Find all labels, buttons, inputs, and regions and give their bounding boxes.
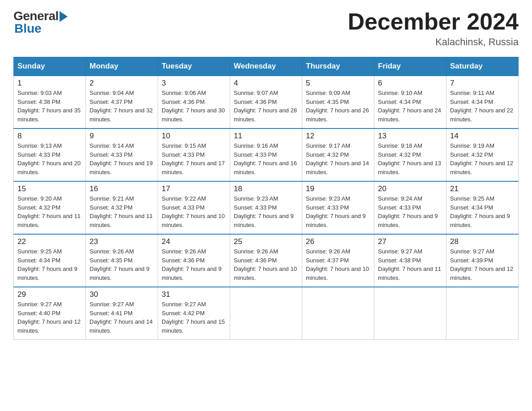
day-info: Sunrise: 9:18 AMSunset: 4:32 PMDaylight:… — [378, 141, 442, 176]
calendar-cell: 27 Sunrise: 9:27 AMSunset: 4:38 PMDaylig… — [374, 234, 446, 287]
calendar-header-sunday: Sunday — [14, 57, 86, 76]
calendar-cell: 24 Sunrise: 9:26 AMSunset: 4:36 PMDaylig… — [158, 234, 230, 287]
day-info: Sunrise: 9:13 AMSunset: 4:33 PMDaylight:… — [17, 141, 82, 176]
calendar-cell: 14 Sunrise: 9:19 AMSunset: 4:32 PMDaylig… — [446, 128, 519, 181]
calendar-header-friday: Friday — [374, 57, 446, 76]
calendar-header-saturday: Saturday — [446, 57, 519, 76]
day-number: 16 — [90, 184, 154, 193]
calendar-cell: 26 Sunrise: 9:26 AMSunset: 4:37 PMDaylig… — [302, 234, 374, 287]
day-number: 22 — [17, 237, 82, 246]
calendar-cell: 7 Sunrise: 9:11 AMSunset: 4:34 PMDayligh… — [446, 76, 519, 128]
calendar-cell: 15 Sunrise: 9:20 AMSunset: 4:32 PMDaylig… — [14, 181, 86, 234]
day-info: Sunrise: 9:22 AMSunset: 4:33 PMDaylight:… — [162, 194, 226, 229]
calendar-week-row: 15 Sunrise: 9:20 AMSunset: 4:32 PMDaylig… — [14, 181, 519, 234]
day-number: 8 — [17, 132, 82, 141]
day-number: 17 — [162, 184, 226, 193]
day-info: Sunrise: 9:25 AMSunset: 4:34 PMDaylight:… — [450, 194, 515, 229]
day-info: Sunrise: 9:25 AMSunset: 4:34 PMDaylight:… — [17, 247, 82, 282]
calendar-cell: 20 Sunrise: 9:24 AMSunset: 4:33 PMDaylig… — [374, 181, 446, 234]
day-info: Sunrise: 9:27 AMSunset: 4:42 PMDaylight:… — [162, 300, 226, 335]
calendar-cell: 10 Sunrise: 9:15 AMSunset: 4:33 PMDaylig… — [158, 128, 230, 181]
day-number: 31 — [162, 290, 226, 299]
calendar-cell — [374, 287, 446, 340]
calendar-week-row: 22 Sunrise: 9:25 AMSunset: 4:34 PMDaylig… — [14, 234, 519, 287]
calendar-cell: 29 Sunrise: 9:27 AMSunset: 4:40 PMDaylig… — [14, 287, 86, 340]
calendar-week-row: 29 Sunrise: 9:27 AMSunset: 4:40 PMDaylig… — [14, 287, 519, 340]
day-info: Sunrise: 9:26 AMSunset: 4:36 PMDaylight:… — [162, 247, 226, 282]
day-number: 12 — [306, 132, 370, 141]
day-info: Sunrise: 9:15 AMSunset: 4:33 PMDaylight:… — [162, 141, 226, 176]
calendar-week-row: 8 Sunrise: 9:13 AMSunset: 4:33 PMDayligh… — [14, 128, 519, 181]
day-info: Sunrise: 9:04 AMSunset: 4:37 PMDaylight:… — [90, 89, 154, 124]
calendar-cell — [230, 287, 302, 340]
calendar-cell: 16 Sunrise: 9:21 AMSunset: 4:32 PMDaylig… — [86, 181, 158, 234]
calendar-header-monday: Monday — [86, 57, 158, 76]
day-info: Sunrise: 9:26 AMSunset: 4:37 PMDaylight:… — [306, 247, 370, 282]
calendar-cell: 25 Sunrise: 9:26 AMSunset: 4:36 PMDaylig… — [230, 234, 302, 287]
location: Kalachinsk, Russia — [348, 36, 519, 48]
day-info: Sunrise: 9:27 AMSunset: 4:41 PMDaylight:… — [90, 300, 154, 335]
day-number: 19 — [306, 184, 370, 193]
calendar-cell: 2 Sunrise: 9:04 AMSunset: 4:37 PMDayligh… — [86, 76, 158, 128]
day-info: Sunrise: 9:23 AMSunset: 4:33 PMDaylight:… — [306, 194, 370, 229]
day-number: 2 — [90, 79, 154, 88]
day-info: Sunrise: 9:21 AMSunset: 4:32 PMDaylight:… — [90, 194, 154, 229]
calendar-header-wednesday: Wednesday — [230, 57, 302, 76]
day-number: 25 — [234, 237, 298, 246]
day-number: 7 — [450, 79, 515, 88]
day-info: Sunrise: 9:26 AMSunset: 4:36 PMDaylight:… — [234, 247, 298, 282]
day-info: Sunrise: 9:10 AMSunset: 4:34 PMDaylight:… — [378, 89, 442, 124]
day-info: Sunrise: 9:17 AMSunset: 4:32 PMDaylight:… — [306, 141, 370, 176]
calendar-table: SundayMondayTuesdayWednesdayThursdayFrid… — [13, 57, 519, 340]
calendar-cell: 23 Sunrise: 9:26 AMSunset: 4:35 PMDaylig… — [86, 234, 158, 287]
day-number: 20 — [378, 184, 442, 193]
day-number: 14 — [450, 132, 515, 141]
day-number: 9 — [90, 132, 154, 141]
calendar-cell: 13 Sunrise: 9:18 AMSunset: 4:32 PMDaylig… — [374, 128, 446, 181]
day-number: 28 — [450, 237, 515, 246]
day-number: 29 — [17, 290, 82, 299]
calendar-cell: 31 Sunrise: 9:27 AMSunset: 4:42 PMDaylig… — [158, 287, 230, 340]
logo-blue-text: Blue — [14, 21, 42, 36]
day-info: Sunrise: 9:06 AMSunset: 4:36 PMDaylight:… — [162, 89, 226, 124]
calendar-cell: 17 Sunrise: 9:22 AMSunset: 4:33 PMDaylig… — [158, 181, 230, 234]
calendar-cell: 30 Sunrise: 9:27 AMSunset: 4:41 PMDaylig… — [86, 287, 158, 340]
calendar-cell: 8 Sunrise: 9:13 AMSunset: 4:33 PMDayligh… — [14, 128, 86, 181]
day-info: Sunrise: 9:19 AMSunset: 4:32 PMDaylight:… — [450, 141, 515, 176]
day-number: 30 — [90, 290, 154, 299]
calendar-cell: 3 Sunrise: 9:06 AMSunset: 4:36 PMDayligh… — [158, 76, 230, 128]
day-number: 26 — [306, 237, 370, 246]
day-info: Sunrise: 9:27 AMSunset: 4:39 PMDaylight:… — [450, 247, 515, 282]
day-number: 21 — [450, 184, 515, 193]
calendar-cell: 22 Sunrise: 9:25 AMSunset: 4:34 PMDaylig… — [14, 234, 86, 287]
calendar-cell: 12 Sunrise: 9:17 AMSunset: 4:32 PMDaylig… — [302, 128, 374, 181]
day-info: Sunrise: 9:24 AMSunset: 4:33 PMDaylight:… — [378, 194, 442, 229]
calendar-cell: 9 Sunrise: 9:14 AMSunset: 4:33 PMDayligh… — [86, 128, 158, 181]
logo: General Blue — [13, 9, 68, 36]
day-number: 23 — [90, 237, 154, 246]
calendar-cell: 6 Sunrise: 9:10 AMSunset: 4:34 PMDayligh… — [374, 76, 446, 128]
calendar-cell: 4 Sunrise: 9:07 AMSunset: 4:36 PMDayligh… — [230, 76, 302, 128]
page-header: General Blue December 2024 Kalachinsk, R… — [13, 9, 519, 48]
calendar-week-row: 1 Sunrise: 9:03 AMSunset: 4:38 PMDayligh… — [14, 76, 519, 128]
day-number: 18 — [234, 184, 298, 193]
day-info: Sunrise: 9:27 AMSunset: 4:38 PMDaylight:… — [378, 247, 442, 282]
day-info: Sunrise: 9:14 AMSunset: 4:33 PMDaylight:… — [90, 141, 154, 176]
calendar-header-row: SundayMondayTuesdayWednesdayThursdayFrid… — [14, 57, 519, 76]
calendar-cell — [446, 287, 519, 340]
day-number: 27 — [378, 237, 442, 246]
day-info: Sunrise: 9:11 AMSunset: 4:34 PMDaylight:… — [450, 89, 515, 124]
month-title: December 2024 — [348, 9, 519, 34]
calendar-cell: 28 Sunrise: 9:27 AMSunset: 4:39 PMDaylig… — [446, 234, 519, 287]
calendar-cell: 18 Sunrise: 9:23 AMSunset: 4:33 PMDaylig… — [230, 181, 302, 234]
calendar-cell — [302, 287, 374, 340]
day-number: 6 — [378, 79, 442, 88]
calendar-header-thursday: Thursday — [302, 57, 374, 76]
day-number: 3 — [162, 79, 226, 88]
day-info: Sunrise: 9:26 AMSunset: 4:35 PMDaylight:… — [90, 247, 154, 282]
day-info: Sunrise: 9:20 AMSunset: 4:32 PMDaylight:… — [17, 194, 82, 229]
day-info: Sunrise: 9:23 AMSunset: 4:33 PMDaylight:… — [234, 194, 298, 229]
day-info: Sunrise: 9:16 AMSunset: 4:33 PMDaylight:… — [234, 141, 298, 176]
calendar-header-tuesday: Tuesday — [158, 57, 230, 76]
day-number: 5 — [306, 79, 370, 88]
